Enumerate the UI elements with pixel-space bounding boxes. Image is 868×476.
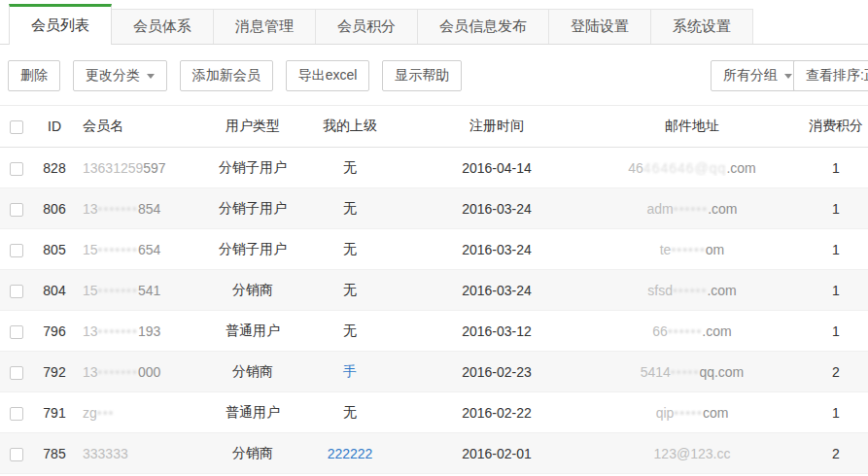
email-visible: 5414	[641, 364, 671, 380]
member-name-suffix: 000	[138, 364, 160, 380]
cell-member-name: 13•••••••000	[76, 364, 204, 380]
cell-id: 792	[33, 364, 76, 380]
tab[interactable]: 会员体系	[111, 9, 214, 44]
row-checkbox[interactable]	[10, 285, 23, 298]
cell-email: qip•••••com	[595, 405, 789, 421]
email-visible: qip	[656, 405, 675, 421]
change-category-dropdown[interactable]: 更改分类	[73, 60, 167, 91]
row-checkbox[interactable]	[10, 244, 23, 257]
row-checkbox-cell	[0, 363, 33, 379]
cell-email: te••••••om	[595, 242, 789, 257]
all-groups-label: 所有分组	[723, 67, 778, 85]
email-redacted: •••••	[671, 364, 700, 380]
cell-register-time: 2016-02-01	[399, 446, 595, 461]
tab[interactable]: 会员积分	[315, 9, 418, 44]
row-checkbox[interactable]	[10, 448, 23, 461]
all-groups-dropdown[interactable]: 所有分组	[711, 60, 805, 91]
cell-register-time: 2016-04-14	[399, 160, 595, 176]
email-redacted: •••••	[674, 405, 703, 421]
cell-id: 796	[33, 323, 76, 339]
tab[interactable]: 系统设置	[650, 9, 753, 44]
member-name-redacted: •••••••	[98, 283, 138, 298]
cell-member-name: zg•••	[76, 405, 204, 421]
row-checkbox-cell	[0, 200, 33, 216]
header-member-name: 会员名	[76, 118, 204, 135]
tab-label: 消息管理	[235, 17, 294, 36]
email-suffix: .com	[708, 201, 737, 217]
cell-points: 1	[789, 160, 868, 176]
upline-value: 无	[343, 200, 357, 216]
row-checkbox-cell	[0, 159, 33, 175]
email-redacted: 464646@qq	[643, 160, 727, 176]
cell-upline: 无	[301, 200, 399, 218]
member-name-visible: 15	[83, 242, 98, 257]
tab[interactable]: 登陆设置	[548, 9, 651, 44]
row-checkbox[interactable]	[10, 407, 23, 421]
table-row: 828 13631259597 分销子用户 无 2016-04-14 46464…	[0, 148, 868, 188]
upline-link[interactable]: 222222	[328, 446, 373, 461]
cell-register-time: 2016-03-24	[399, 283, 595, 298]
email-suffix: .com	[726, 160, 755, 176]
tab-label: 会员列表	[31, 17, 89, 35]
email-visible: 123@123.cc	[654, 446, 731, 461]
cell-points: 2	[789, 364, 868, 380]
chevron-down-icon	[784, 74, 792, 79]
member-name-suffix: 193	[138, 323, 160, 339]
cell-user-type: 普通用户	[204, 323, 301, 340]
add-member-button[interactable]: 添加新会员	[180, 60, 273, 91]
cell-register-time: 2016-03-24	[399, 242, 595, 257]
member-name-redacted: •••••••	[98, 364, 138, 380]
show-help-button[interactable]: 显示帮助	[382, 60, 462, 91]
cell-member-name: 13631259597	[76, 160, 204, 176]
toolbar: 删除 更改分类 添加新会员 导出excel 显示帮助 所有分组 查看排序:正常排…	[0, 45, 868, 105]
table-row: 796 13•••••••193 普通用户 无 2016-03-12 66•••…	[0, 311, 868, 352]
cell-id: 791	[33, 405, 76, 421]
email-visible: te	[660, 242, 672, 257]
tab[interactable]: 消息管理	[213, 9, 316, 44]
table-body: 828 13631259597 分销子用户 无 2016-04-14 46464…	[0, 148, 868, 474]
email-visible: sfsd	[647, 283, 673, 298]
delete-button[interactable]: 删除	[8, 60, 60, 91]
member-name-visible: 13	[83, 201, 98, 217]
header-user-type: 用户类型	[204, 118, 301, 135]
table-row: 804 15•••••••541 分销商 无 2016-03-24 sfsd••…	[0, 270, 868, 311]
table-row: 806 13•••••••854 分销子用户 无 2016-03-24 adm•…	[0, 188, 868, 229]
cell-upline: 222222	[301, 446, 399, 461]
cell-id: 805	[33, 242, 76, 257]
cell-register-time: 2016-02-22	[399, 405, 595, 421]
email-visible: 66	[652, 323, 668, 339]
chevron-down-icon	[147, 74, 155, 79]
cell-email: 5414•••••qq.com	[595, 364, 789, 380]
row-checkbox[interactable]	[10, 203, 23, 217]
member-name-redacted: •••	[97, 405, 115, 421]
cell-user-type: 分销子用户	[204, 200, 301, 218]
cell-email: 46464646@qq.com	[595, 160, 789, 176]
header-checkbox-cell	[0, 119, 33, 134]
row-checkbox-cell	[0, 323, 33, 338]
row-checkbox[interactable]	[10, 162, 23, 176]
cell-id: 828	[33, 160, 76, 176]
upline-value: 无	[343, 323, 357, 338]
header-id: ID	[33, 119, 76, 134]
sort-order-button[interactable]: 查看排序:正常排序	[793, 60, 868, 91]
cell-member-name: 15•••••••654	[76, 242, 204, 257]
row-checkbox[interactable]	[10, 366, 23, 380]
select-all-checkbox[interactable]	[10, 120, 23, 134]
tab[interactable]: 会员信息发布	[417, 9, 549, 44]
email-suffix: .com	[707, 283, 736, 298]
change-category-label: 更改分类	[86, 67, 140, 85]
cell-id: 804	[33, 283, 76, 298]
email-suffix: qq.com	[699, 364, 744, 380]
cell-points: 1	[789, 242, 868, 257]
member-name-redacted: •••••••	[98, 242, 138, 257]
cell-user-type: 分销子用户	[204, 159, 301, 177]
table-row: 785 333333 分销商 222222 2016-02-01 123@123…	[0, 433, 868, 474]
export-excel-button[interactable]: 导出excel	[286, 60, 370, 91]
tab[interactable]: 会员列表	[9, 4, 112, 45]
cell-register-time: 2016-03-24	[399, 201, 595, 217]
cell-member-name: 333333	[76, 446, 204, 461]
upline-link[interactable]: 手	[343, 363, 357, 379]
email-redacted: ••••••	[674, 201, 708, 217]
row-checkbox[interactable]	[10, 325, 23, 339]
member-name-visible: 333333	[83, 446, 128, 461]
